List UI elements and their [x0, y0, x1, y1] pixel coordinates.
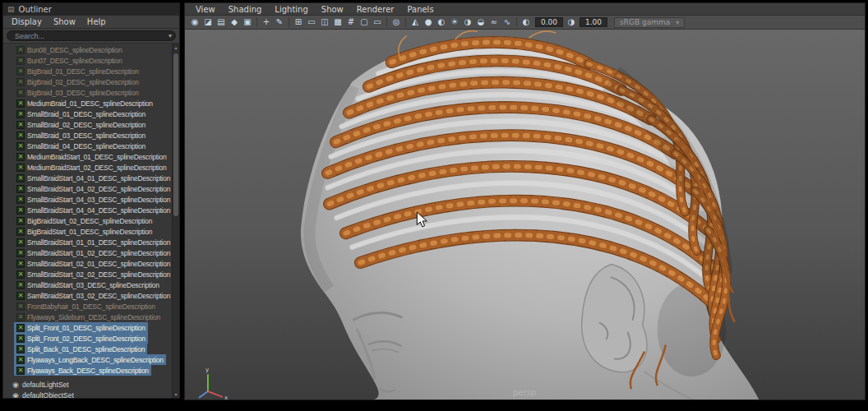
- scroll-up-icon[interactable]: [173, 44, 179, 51]
- list-item[interactable]: BigBraid_01_DESC_splineDescription: [3, 66, 179, 76]
- view-transform-dropdown[interactable]: sRGB gamma: [614, 17, 685, 28]
- item-label: SamllBraidStart_03_02_DESC_splineDescrip…: [27, 292, 170, 300]
- field-chart-icon[interactable]: #: [344, 16, 358, 28]
- lock-camera-icon[interactable]: ◪: [201, 16, 215, 28]
- list-item[interactable]: Flyaways_Sideburn_DESC_splineDescription: [3, 312, 179, 322]
- isolate-select-icon[interactable]: ◎: [390, 16, 403, 28]
- list-item[interactable]: SmallBraidStart_01_02_DESC_splineDescrip…: [3, 247, 179, 258]
- list-item[interactable]: SmallBraid_04_DESC_splineDescription: [3, 141, 179, 151]
- menu-item[interactable]: Show: [48, 17, 81, 26]
- exposure-icon[interactable]: ◐: [519, 16, 533, 28]
- item-label: MediumBraidStart_01_DESC_splineDescripti…: [27, 153, 167, 161]
- list-item[interactable]: SmallBraidStart_04_02_DESC_splineDescrip…: [3, 183, 179, 194]
- anti-aliasing-icon[interactable]: ∿: [501, 16, 514, 28]
- menu-item[interactable]: Panels: [401, 5, 439, 14]
- list-item[interactable]: SmallBraid_03_DESC_splineDescription: [3, 130, 179, 141]
- list-item[interactable]: MediumBraid_01_DESC_splineDescription: [3, 98, 179, 109]
- scroll-down-icon[interactable]: [173, 390, 179, 398]
- list-item[interactable]: SmallBraidStart_04_01_DESC_splineDescrip…: [3, 173, 179, 183]
- outliner-titlebar: Outliner: [3, 3, 179, 16]
- list-item[interactable]: Split_Back_01_DESC_splineDescription: [3, 344, 179, 354]
- pan-zoom-icon[interactable]: +: [260, 16, 273, 28]
- menu-item[interactable]: Show: [316, 5, 349, 14]
- list-item[interactable]: SmallBraidStart_03_DESC_splineDescriptio…: [3, 279, 179, 290]
- list-item[interactable]: BigBraidStart_01_DESC_splineDescription: [3, 226, 179, 237]
- list-item[interactable]: SmallBraid_01_DESC_splineDescription: [3, 109, 179, 119]
- list-item[interactable]: Split_Front_01_DESC_splineDescription: [3, 322, 179, 333]
- xgen-spline-description-icon: [16, 292, 25, 300]
- list-item[interactable]: SmallBraidStart_04_03_DESC_splineDescrip…: [3, 194, 179, 205]
- xgen-spline-description-icon: [16, 249, 25, 257]
- chevron-down-icon[interactable]: [169, 32, 172, 39]
- list-item[interactable]: BigBraid_03_DESC_splineDescription: [3, 87, 179, 98]
- list-item[interactable]: Bun08_DESC_splineDescription: [3, 44, 179, 55]
- item-label: Split_Front_01_DESC_splineDescription: [27, 324, 145, 332]
- list-item[interactable]: MediumBraidStart_01_DESC_splineDescripti…: [3, 151, 179, 162]
- use-all-lights-icon[interactable]: ☀: [448, 16, 461, 28]
- item-label: FrontBabyhair_01_DESC_splineDescription: [27, 302, 155, 311]
- smooth-shade-icon[interactable]: ●: [422, 16, 435, 28]
- outliner-menubar: DisplayShowHelp: [3, 16, 179, 29]
- grease-pencil-icon[interactable]: ✎: [273, 16, 286, 28]
- xgen-spline-description-icon: [16, 185, 25, 193]
- film-gate-icon[interactable]: ▭: [305, 16, 318, 28]
- list-item[interactable]: SmallBraidStart_01_01_DESC_splineDescrip…: [3, 237, 179, 247]
- item-label: defaultObjectSet: [22, 391, 74, 399]
- list-item[interactable]: FrontBabyhair_01_DESC_splineDescription: [3, 301, 179, 312]
- separator: [405, 17, 406, 27]
- maya-window: Outliner DisplayShowHelp Bun08_DESC_spli…: [0, 0, 868, 411]
- safe-title-icon[interactable]: ▭: [371, 16, 384, 28]
- menu-item[interactable]: Help: [82, 17, 111, 26]
- list-item[interactable]: SmallBraidStart_02_02_DESC_splineDescrip…: [3, 269, 179, 279]
- list-item[interactable]: SmallBraid_02_DESC_splineDescription: [3, 119, 179, 130]
- outliner-search-row: [3, 29, 179, 44]
- list-item[interactable]: SamllBraidStart_03_02_DESC_splineDescrip…: [3, 290, 179, 301]
- xgen-spline-description-icon: [16, 238, 25, 247]
- list-item[interactable]: defaultObjectSet: [3, 390, 179, 398]
- search-input[interactable]: [7, 30, 176, 41]
- motion-blur-icon[interactable]: ≈: [487, 16, 501, 28]
- gate-mask-icon[interactable]: ▩: [331, 16, 344, 28]
- ambient-occlusion-icon[interactable]: ◒: [474, 16, 487, 28]
- list-item[interactable]: BigBraid_02_DESC_splineDescription: [3, 76, 179, 87]
- menu-item[interactable]: Renderer: [351, 5, 400, 14]
- viewport-canvas: y x z persp: [185, 30, 865, 399]
- resolution-gate-icon[interactable]: ◫: [318, 16, 331, 28]
- menu-item[interactable]: View: [190, 5, 221, 14]
- viewport-3d-canvas[interactable]: y x z persp: [185, 30, 865, 399]
- textured-icon[interactable]: ◐: [435, 16, 448, 28]
- shadows-icon[interactable]: ◑: [461, 16, 474, 28]
- scrollbar-thumb[interactable]: [173, 53, 178, 216]
- list-item[interactable]: MediumBraidStart_02_DESC_splineDescripti…: [3, 162, 179, 173]
- select-camera-icon[interactable]: ◉: [188, 16, 201, 28]
- wireframe-icon[interactable]: ◭: [409, 16, 422, 28]
- grid-icon[interactable]: ⊞: [292, 16, 305, 28]
- list-item[interactable]: Split_Front_02_DESC_splineDescription: [3, 333, 179, 344]
- list-item[interactable]: defaultLightSet: [3, 379, 179, 390]
- list-item[interactable]: Flyaways_Back_DESC_splineDescription: [3, 365, 179, 376]
- xgen-spline-description-icon: [16, 78, 25, 86]
- scrollbar-track[interactable]: [173, 51, 179, 390]
- camera-attributes-icon[interactable]: ▤: [215, 16, 228, 28]
- image-plane-icon[interactable]: ▣: [241, 16, 254, 28]
- list-item[interactable]: Flyaways_LongBack_DESC_splineDescription: [3, 354, 179, 365]
- list-item[interactable]: SmallBraidStart_02_01_DESC_splineDescrip…: [3, 258, 179, 269]
- list-item[interactable]: SmallBraidStart_04_04_DESC_splineDescrip…: [3, 205, 179, 215]
- safe-action-icon[interactable]: ▢: [358, 16, 371, 28]
- menu-item[interactable]: Lighting: [269, 5, 313, 14]
- gamma-field[interactable]: 1.00: [579, 17, 607, 27]
- item-label: Bun07_DESC_splineDescription: [27, 57, 122, 65]
- panel-menu-icon[interactable]: [7, 3, 15, 16]
- list-item[interactable]: Bun07_DESC_splineDescription: [3, 55, 179, 66]
- exposure-field[interactable]: 0.00: [535, 17, 563, 27]
- menu-item[interactable]: Display: [7, 17, 47, 26]
- xgen-spline-description-icon: [16, 142, 25, 150]
- bookmarks-icon[interactable]: ◆: [228, 16, 241, 28]
- menu-item[interactable]: Shading: [223, 5, 268, 14]
- item-label: SmallBraidStart_04_04_DESC_splineDescrip…: [27, 206, 170, 215]
- item-label: SmallBraid_04_DESC_splineDescription: [27, 142, 145, 150]
- xgen-spline-description-icon: [16, 302, 25, 311]
- list-item[interactable]: BigBraidStart_02_DESC_splineDescription: [3, 215, 179, 226]
- gamma-icon[interactable]: [566, 16, 577, 28]
- scrollbar[interactable]: [172, 44, 179, 398]
